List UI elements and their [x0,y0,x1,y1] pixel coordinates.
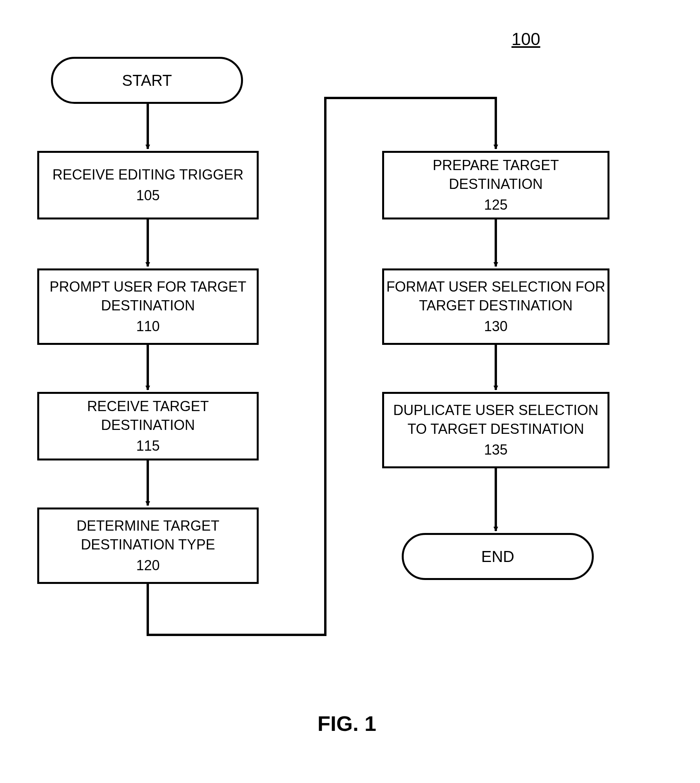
process-105-title: RECEIVE EDITING TRIGGER [53,165,243,185]
terminal-end-label: END [481,548,514,566]
process-105: RECEIVE EDITING TRIGGER 105 [37,151,259,219]
process-135-title: DUPLICATE USER SELECTION TO TARGET DESTI… [384,401,608,439]
process-120: DETERMINE TARGET DESTINATION TYPE 120 [37,508,259,584]
process-135: DUPLICATE USER SELECTION TO TARGET DESTI… [382,392,609,468]
process-110: PROMPT USER FOR TARGET DESTINATION 110 [37,268,259,345]
figure-label: FIG. 1 [317,711,376,736]
process-115-title: RECEIVE TARGET DESTINATION [39,397,257,435]
process-110-num: 110 [136,317,160,336]
process-125-title: PREPARE TARGET DESTINATION [384,156,608,194]
process-130-num: 130 [484,317,508,336]
process-110-title: PROMPT USER FOR TARGET DESTINATION [39,277,257,315]
process-125: PREPARE TARGET DESTINATION 125 [382,151,609,219]
terminal-end: END [402,533,594,580]
process-125-num: 125 [484,196,508,215]
process-130: FORMAT USER SELECTION FOR TARGET DESTINA… [382,268,609,345]
process-130-title: FORMAT USER SELECTION FOR TARGET DESTINA… [384,277,608,315]
process-120-title: DETERMINE TARGET DESTINATION TYPE [39,517,257,555]
figure-number: 100 [511,29,540,49]
process-135-num: 135 [484,440,508,460]
terminal-start: START [51,57,243,104]
flow-connectors [0,0,700,783]
terminal-start-label: START [122,72,172,89]
process-115: RECEIVE TARGET DESTINATION 115 [37,392,259,460]
process-105-num: 105 [136,186,160,205]
process-120-num: 120 [136,556,160,575]
process-115-num: 115 [136,437,160,456]
